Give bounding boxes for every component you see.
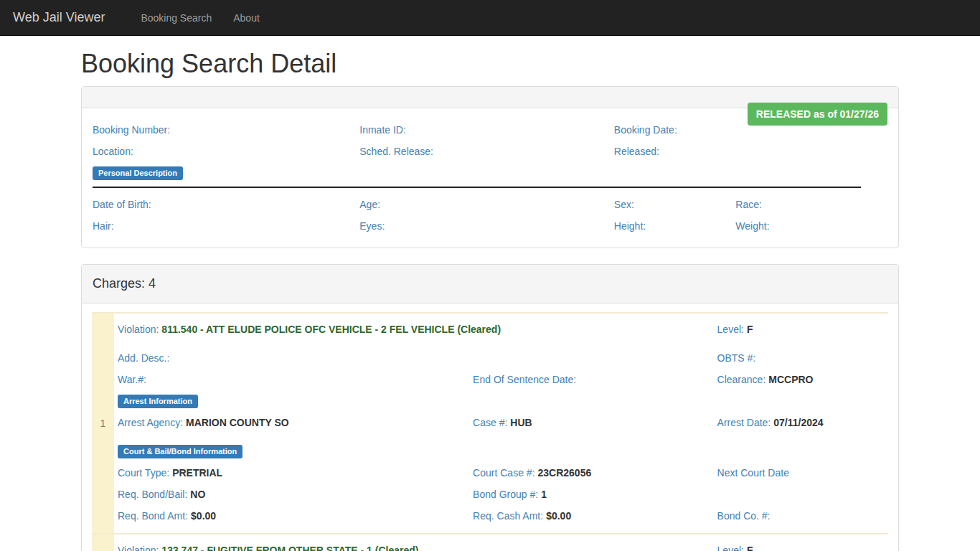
- field-age: Age:: [359, 194, 614, 215]
- field-hair: Hair:: [93, 215, 359, 237]
- field-add-desc: Add. Desc.:: [118, 347, 473, 369]
- field-booking-date: Booking Date:: [614, 119, 736, 141]
- section-divider: [93, 187, 861, 188]
- field-sex: Sex:: [614, 194, 736, 215]
- field-req-bond-amt: Req. Bond Amt:$0.00: [118, 505, 473, 527]
- field-level: Level:F: [717, 319, 888, 340]
- field-arrest-date: Arrest Date:07/11/2024: [717, 412, 888, 433]
- booking-summary-body: Booking Number: Inmate ID: Booking Date:…: [82, 108, 898, 248]
- field-war-number: War.#:: [118, 369, 473, 390]
- personal-description-badge: Personal Description: [93, 166, 183, 180]
- charges-list: 1 Violation:811.540 - ATT ELUDE POLICE O…: [82, 303, 898, 551]
- field-obts: OBTS #:: [717, 347, 888, 369]
- field-bond-co-number: Bond Co. #:: [717, 505, 888, 527]
- personal-row-2: Hair: Eyes: Height: Weight:: [93, 215, 887, 237]
- field-location: Location:: [93, 141, 359, 162]
- field-req-cash-amt: Req. Cash Amt:$0.00: [473, 505, 717, 527]
- field-inmate-id: Inmate ID:: [359, 119, 614, 141]
- main-container: Booking Search Detail RELEASED as of 01/…: [81, 49, 899, 551]
- field-violation: Violation:133.747 - FUGITIVE FROM OTHER …: [118, 540, 717, 551]
- field-height: Height:: [614, 215, 736, 237]
- field-arrest-agency: Arrest Agency:MARION COUNTY SO: [118, 412, 473, 433]
- booking-summary-panel: RELEASED as of 01/27/26 Booking Number: …: [81, 86, 899, 248]
- released-status-badge: RELEASED as of 01/27/26: [748, 103, 887, 126]
- field-weight: Weight:: [735, 215, 887, 237]
- court-bail-bond-badge: Court & Bail/Bond Information: [118, 445, 242, 458]
- personal-description-section: Personal Description: [93, 166, 887, 184]
- arrest-information-badge: Arrest Information: [118, 395, 198, 408]
- page-title: Booking Search Detail: [81, 49, 899, 79]
- personal-row-1: Date of Birth: Age: Sex: Race:: [93, 194, 887, 215]
- field-booking-number: Booking Number:: [93, 119, 359, 141]
- nav-item-booking-search[interactable]: Booking Search: [130, 1, 222, 34]
- field-bond-group-number: Bond Group #:1: [473, 484, 717, 505]
- nav-item-about[interactable]: About: [222, 1, 270, 34]
- field-case-number: Case #:HUB: [473, 412, 717, 433]
- field-clearance: Clearance:MCCPRO: [717, 369, 888, 390]
- field-level: Level:F: [717, 540, 888, 551]
- field-released: Released:: [614, 141, 736, 162]
- charges-panel: Charges: 4 1 Violation:811.540 - ATT ELU…: [81, 264, 899, 551]
- field-violation: Violation:811.540 - ATT ELUDE POLICE OFC…: [118, 319, 717, 340]
- field-court-case-number: Court Case #:23CR26056: [473, 462, 717, 484]
- field-sched-release: Sched. Release:: [359, 141, 614, 162]
- field-race: Race:: [735, 194, 887, 215]
- field-court-type: Court Type:PRETRIAL: [118, 462, 473, 484]
- charge-row-2: Violation:133.747 - FUGITIVE FROM OTHER …: [92, 533, 888, 551]
- app-brand[interactable]: Web Jail Viewer: [11, 10, 116, 25]
- booking-row-2: Location: Sched. Release: Released:: [93, 141, 887, 162]
- charge-number: 1: [92, 314, 114, 533]
- field-req-bond-bail: Req. Bond/Bail:NO: [118, 484, 473, 505]
- field-next-court-date: Next Court Date: [717, 462, 888, 484]
- navbar: Web Jail Viewer Booking Search About: [0, 0, 980, 36]
- charges-panel-heading: Charges: 4: [82, 265, 898, 303]
- field-date-of-birth: Date of Birth:: [93, 194, 359, 215]
- field-end-of-sentence-date: End Of Sentence Date:: [473, 369, 717, 390]
- charge-number: [92, 534, 114, 551]
- field-eyes: Eyes:: [359, 215, 614, 237]
- charge-row-1: 1 Violation:811.540 - ATT ELUDE POLICE O…: [92, 312, 888, 533]
